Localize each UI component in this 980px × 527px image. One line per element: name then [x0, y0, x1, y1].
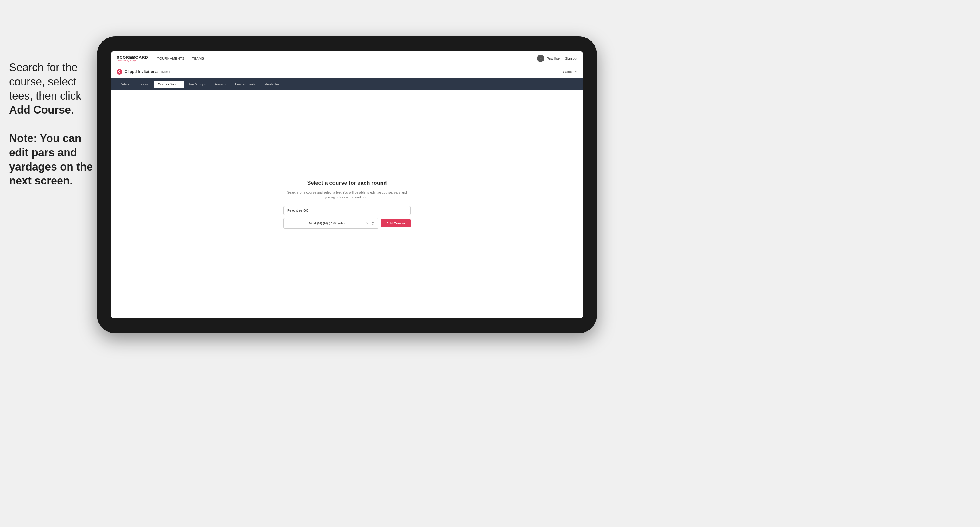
cancel-button[interactable]: Cancel ✕	[563, 70, 577, 74]
tournament-title-row: C Clippd Invitational (Men)	[117, 69, 170, 75]
tee-arrow-down[interactable]: ▼	[372, 224, 375, 226]
main-content: Select a course for each round Search fo…	[111, 90, 583, 318]
tournament-icon: C	[117, 69, 122, 75]
tee-select-dropdown[interactable]: Gold (M) (M) (7010 yds) × ▲ ▼	[283, 218, 379, 229]
tee-select-arrows[interactable]: ▲ ▼	[372, 221, 375, 226]
annotation-text: Search for thecourse, selecttees, then c…	[9, 60, 97, 188]
navbar: SCOREBOARD Powered by clippd TOURNAMENTS…	[111, 51, 583, 65]
logo-area: SCOREBOARD Powered by clippd	[117, 55, 148, 62]
tablet-frame: SCOREBOARD Powered by clippd TOURNAMENTS…	[97, 37, 597, 333]
nav-tournaments[interactable]: TOURNAMENTS	[157, 57, 185, 60]
card-description: Search for a course and select a tee. Yo…	[283, 190, 410, 200]
tournament-header: C Clippd Invitational (Men) Cancel ✕	[111, 65, 583, 78]
navbar-right: R Test User | Sign out	[537, 55, 577, 62]
user-avatar: R	[537, 55, 544, 62]
nav-links: TOURNAMENTS TEAMS	[157, 57, 204, 60]
course-search-input[interactable]	[283, 206, 410, 215]
tab-course-setup[interactable]: Course Setup	[154, 81, 184, 88]
tournament-name: Clippd Invitational	[124, 69, 159, 74]
tab-leaderboards[interactable]: Leaderboards	[231, 81, 260, 88]
user-label: Test User |	[547, 57, 562, 60]
tab-bar: Details Teams Course Setup Tee Groups Re…	[111, 78, 583, 90]
logo-sub: Powered by clippd	[117, 60, 137, 62]
card-title: Select a course for each round	[283, 180, 410, 186]
course-select-card: Select a course for each round Search fo…	[283, 180, 410, 229]
tournament-gender: (Men)	[161, 70, 170, 74]
tab-printables[interactable]: Printables	[261, 81, 284, 88]
logo-text: SCOREBOARD	[117, 55, 148, 60]
tab-teams[interactable]: Teams	[135, 81, 153, 88]
tab-details[interactable]: Details	[115, 81, 134, 88]
tablet-screen: SCOREBOARD Powered by clippd TOURNAMENTS…	[111, 51, 583, 318]
tab-tee-groups[interactable]: Tee Groups	[185, 81, 210, 88]
tee-select-value: Gold (M) (M) (7010 yds)	[287, 221, 366, 225]
tee-clear-icon[interactable]: ×	[366, 221, 369, 225]
add-course-button[interactable]: Add Course	[381, 219, 410, 227]
sign-out-link[interactable]: Sign out	[565, 57, 577, 60]
nav-teams[interactable]: TEAMS	[192, 57, 204, 60]
tee-select-row: Gold (M) (M) (7010 yds) × ▲ ▼ Add Course	[283, 218, 410, 229]
navbar-left: SCOREBOARD Powered by clippd TOURNAMENTS…	[117, 55, 204, 62]
tab-results[interactable]: Results	[211, 81, 230, 88]
tee-arrow-up[interactable]: ▲	[372, 221, 375, 223]
